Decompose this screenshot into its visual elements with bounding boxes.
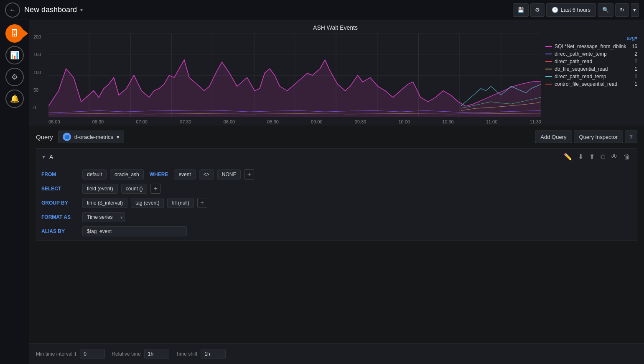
toggle-visibility-button[interactable]: 👁 xyxy=(609,152,619,161)
refresh-dropdown-button[interactable]: ▾ xyxy=(631,3,639,17)
bell-icon: 🔔 xyxy=(10,94,19,103)
chart-icon: 📊 xyxy=(10,51,19,60)
add-query-button[interactable]: Add Query xyxy=(535,131,572,143)
info-icon: ℹ xyxy=(74,351,76,357)
move-up-button[interactable]: ⬆ xyxy=(588,152,596,161)
legend-color-4 xyxy=(545,76,552,77)
legend-label-5: control_file_sequential_read xyxy=(555,81,617,87)
settings-button[interactable]: ⚙ xyxy=(530,3,545,17)
relative-time-label: Relative time xyxy=(112,351,140,357)
query-block-header: ▼ A ✏️ ⬇ ⬆ ⧉ 👁 🗑 xyxy=(36,149,637,165)
legend-color-5 xyxy=(545,84,552,85)
legend-label-0: SQL*Net_message_from_dblink xyxy=(555,44,626,49)
select-row: SELECT field (event) count () + xyxy=(41,184,632,194)
query-label: Query xyxy=(36,133,53,141)
legend-color-0 xyxy=(545,46,552,47)
from-db[interactable]: default xyxy=(82,169,107,179)
x-label-0800: 08:00 xyxy=(224,119,235,124)
query-rows: FROM default oracle_ash WHERE event <> N… xyxy=(36,165,637,241)
group-by-field1[interactable]: time ($_interval) xyxy=(82,198,127,208)
search-button[interactable]: 🔍 xyxy=(598,3,613,17)
query-section: Query 🔵 tf-oracle-metrics ▾ Add Query Qu… xyxy=(29,126,644,343)
title-dropdown-arrow[interactable]: ▾ xyxy=(80,7,83,13)
query-header-buttons: Add Query Query Inspector ? xyxy=(535,131,637,143)
chart-legend: avg▾ SQL*Net_message_from_dblink 16 dire… xyxy=(545,33,637,121)
nav-right: 💾 ⚙ 🕐 Last 6 hours 🔍 ↻ ▾ xyxy=(513,3,639,17)
x-label-0600: 06:00 xyxy=(48,119,60,124)
group-by-add-button[interactable]: + xyxy=(197,198,207,208)
database-icon: 🗄 xyxy=(11,29,18,38)
query-inspector-button[interactable]: Query Inspector xyxy=(574,131,624,143)
collapse-arrow[interactable]: ▼ xyxy=(41,154,46,159)
where-field[interactable]: event xyxy=(174,169,195,179)
legend-label-2: direct_path_read xyxy=(555,59,592,64)
query-block-a: ▼ A ✏️ ⬇ ⬆ ⧉ 👁 🗑 FROM defaul xyxy=(36,148,637,241)
duplicate-query-button[interactable]: ⧉ xyxy=(599,152,607,161)
query-alias: A xyxy=(49,154,53,160)
x-axis: 06:00 06:30 07:00 07:30 08:00 08:30 09:0… xyxy=(48,118,541,125)
min-time-input[interactable] xyxy=(80,349,105,359)
select-field1[interactable]: field (event) xyxy=(82,184,118,194)
sidebar-item-settings[interactable]: ⚙ xyxy=(5,68,24,86)
y-label-100: 100 xyxy=(33,70,45,75)
save-icon: 💾 xyxy=(517,7,524,13)
help-button[interactable]: ? xyxy=(625,131,637,143)
where-op[interactable]: <> xyxy=(199,169,214,179)
x-label-0830: 08:30 xyxy=(267,119,279,124)
clock-icon: 🕐 xyxy=(552,7,558,13)
dashboard-title: New dashboard ▾ xyxy=(24,5,83,14)
format-as-label: FORMAT AS xyxy=(41,214,79,220)
sidebar-item-alerts[interactable]: 🔔 xyxy=(5,90,24,108)
refresh-icon: ↻ xyxy=(620,7,624,13)
y-label-50: 50 xyxy=(33,87,45,92)
x-label-1000: 10:00 xyxy=(398,119,410,124)
legend-color-3 xyxy=(545,69,552,69)
from-add-button[interactable]: + xyxy=(244,169,254,179)
select-add-button[interactable]: + xyxy=(150,184,160,194)
legend-label-1: direct_path_write_temp xyxy=(555,51,607,57)
where-value[interactable]: NONE xyxy=(217,169,241,179)
group-by-field2[interactable]: tag (event) xyxy=(131,198,164,208)
top-nav: ← New dashboard ▾ 💾 ⚙ 🕐 Last 6 hours 🔍 ↻… xyxy=(0,0,644,20)
datasource-icon: 🔵 xyxy=(63,133,71,141)
query-header: Query 🔵 tf-oracle-metrics ▾ Add Query Qu… xyxy=(36,131,637,143)
relative-time-group: Relative time xyxy=(112,349,169,359)
alias-by-row: ALIAS BY xyxy=(41,226,632,236)
move-down-button[interactable]: ⬇ xyxy=(576,152,585,161)
datasource-arrow: ▾ xyxy=(117,134,120,140)
chart-panel: ASH Wait Events 200 150 100 50 0 xyxy=(29,20,644,126)
sidebar-item-database[interactable]: 🗄 xyxy=(5,24,24,43)
datasource-name: tf-oracle-metrics xyxy=(74,134,113,140)
group-by-row: GROUP BY time ($_interval) tag (event) f… xyxy=(41,198,632,208)
format-as-select[interactable]: Time series Table xyxy=(82,212,125,222)
x-label-0730: 07:30 xyxy=(180,119,191,124)
back-button[interactable]: ← xyxy=(5,3,20,18)
legend-value-5: 1 xyxy=(629,81,637,87)
legend-color-1 xyxy=(545,54,552,54)
refresh-button[interactable]: ↻ xyxy=(615,3,629,17)
select-field2[interactable]: count () xyxy=(121,184,148,194)
legend-avg-label[interactable]: avg▾ xyxy=(545,35,637,41)
select-label: SELECT xyxy=(41,186,79,192)
time-shift-input[interactable] xyxy=(201,349,226,359)
relative-time-input[interactable] xyxy=(144,349,169,359)
chart-area: 200 150 100 50 0 xyxy=(33,33,541,121)
from-table[interactable]: oracle_ash xyxy=(110,169,144,179)
y-label-200: 200 xyxy=(33,34,45,39)
where-keyword: WHERE xyxy=(147,170,171,179)
x-label-1030: 10:30 xyxy=(442,119,454,124)
alias-by-input[interactable] xyxy=(82,226,187,236)
x-label-0930: 09:30 xyxy=(355,119,367,124)
group-by-field3[interactable]: fill (null) xyxy=(167,198,193,208)
x-label-0630: 06:30 xyxy=(92,119,104,124)
bottom-options: Min time interval ℹ Relative time Time s… xyxy=(29,343,644,364)
legend-item-0: SQL*Net_message_from_dblink 16 xyxy=(545,43,637,50)
alias-by-label: ALIAS BY xyxy=(41,228,79,234)
delete-query-button[interactable]: 🗑 xyxy=(622,152,632,161)
sidebar-item-chart[interactable]: 📊 xyxy=(5,46,24,64)
legend-value-3: 1 xyxy=(629,66,637,72)
edit-query-button[interactable]: ✏️ xyxy=(562,152,574,161)
datasource-selector[interactable]: 🔵 tf-oracle-metrics ▾ xyxy=(58,131,124,143)
save-button[interactable]: 💾 xyxy=(513,3,529,17)
time-range-button[interactable]: 🕐 Last 6 hours xyxy=(546,3,596,17)
